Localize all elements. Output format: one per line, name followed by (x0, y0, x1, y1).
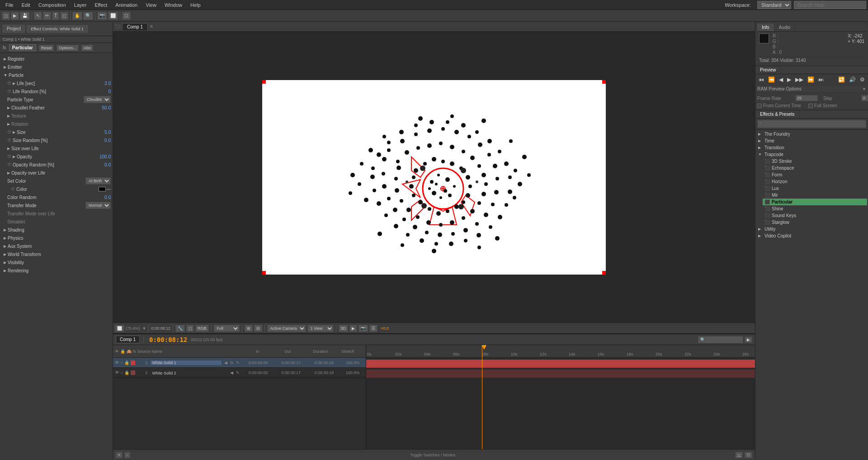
vt-camera-2[interactable]: 📷 (359, 325, 368, 332)
eff-the-foundry[interactable]: ▶ The Foundry (756, 131, 867, 138)
toolbar-new[interactable]: ◻ (2, 12, 10, 20)
effects-search-input[interactable] (757, 120, 866, 128)
fx-world-transform-triangle[interactable]: ▶ (4, 252, 6, 256)
effects-presets-tab[interactable]: Effects & Presets (755, 110, 800, 118)
preview-tab[interactable]: Preview (755, 66, 781, 74)
comp-tab-close[interactable]: ✕ (148, 24, 155, 29)
comp-tab-comp1[interactable]: Comp 1 (122, 23, 148, 30)
layer-1-lock[interactable]: 🔒 (124, 360, 129, 365)
eff-time[interactable]: ▶ Time (756, 138, 867, 144)
track-bar-1[interactable] (366, 360, 755, 368)
toolbar-zoom[interactable]: 🔍 (83, 12, 93, 20)
fx-size-over-life-triangle[interactable]: ▶ (7, 147, 10, 151)
ps-from-current-time-checkbox[interactable] (757, 104, 762, 108)
fx-opacity-triangle[interactable]: ▶ (13, 155, 15, 159)
fx-about-btn[interactable]: Abo (81, 45, 93, 51)
prev-mute-btn[interactable]: 🔊 (848, 76, 857, 83)
fx-cloudlet-feather-triangle[interactable]: ▶ (7, 106, 10, 110)
toolbar-null[interactable]: ⬜ (108, 12, 118, 20)
eff-trapcode[interactable]: ▼ Trapcode (756, 151, 867, 158)
menu-view[interactable]: View (142, 1, 160, 9)
eff-form[interactable]: ⬛ Form (763, 171, 867, 178)
fx-rendering-triangle[interactable]: ▶ (4, 269, 6, 273)
fx-particle-triangle[interactable]: ▼ (4, 73, 7, 77)
eff-starglow[interactable]: ⬛ Starglow (763, 219, 867, 226)
fx-life-random-stopwatch[interactable]: ⏱ (7, 89, 11, 94)
fx-size-stopwatch[interactable]: ⏱ (7, 130, 11, 134)
ps-full-screen-checkbox[interactable] (808, 104, 813, 108)
fx-size-random-value[interactable]: 0.0 (104, 138, 111, 143)
toolbar-open[interactable]: ▶ (11, 12, 19, 20)
fx-particle[interactable]: ▼ Particle (2, 71, 111, 79)
prev-fwd-frame-btn[interactable]: ▶▶ (794, 76, 805, 83)
toolbar-text[interactable]: T (52, 12, 59, 20)
timeline-current-time[interactable]: 0:00:08:12 (149, 336, 187, 343)
toolbar-save[interactable]: 💾 (20, 12, 30, 20)
fx-color-swatch[interactable] (99, 187, 106, 191)
fx-color-stopwatch[interactable]: ⏱ (11, 187, 15, 191)
audio-tab[interactable]: Audio (774, 24, 796, 31)
timeline-tab-comp1[interactable]: Comp 1 (116, 336, 140, 343)
tc-add-layer-btn[interactable]: + (116, 452, 123, 458)
fx-rendering-row[interactable]: ▶ Rendering (2, 266, 111, 275)
layer-2-switch[interactable]: ✎ (236, 370, 240, 375)
vt-exposure-btn[interactable]: ◻ (186, 325, 194, 332)
tc-expand-btn[interactable]: ▽ (745, 452, 752, 458)
effect-controls-tab[interactable]: Effect Controls: White Solid 1 (27, 25, 88, 33)
prev-first-btn[interactable]: ⏮ (757, 76, 765, 83)
vt-views-select[interactable]: 1 View 2 Views (307, 325, 334, 332)
eff-shine[interactable]: ⬛ Shine (763, 205, 867, 212)
toolbar-pen[interactable]: ✏ (43, 12, 51, 20)
toolbar-mask[interactable]: ⬡ (122, 12, 131, 20)
eff-transition[interactable]: ▶ Transition (756, 144, 867, 151)
fx-opacity-stopwatch[interactable]: ⏱ (7, 154, 11, 159)
menu-file[interactable]: File (2, 1, 17, 9)
vt-render-btn[interactable]: ▶ (349, 325, 357, 332)
fx-opacity-value[interactable]: 100.0 (99, 154, 111, 159)
ram-preview-options-bar[interactable]: RAM Preview Options ▼ (755, 85, 868, 93)
fx-particle-type-select[interactable]: Cloudlet (84, 96, 111, 103)
vt-checkerboard[interactable]: ⊞ (245, 325, 253, 332)
toolbar-hand[interactable]: ✋ (72, 12, 82, 20)
fx-emitter-triangle[interactable]: ▶ (4, 65, 6, 69)
menu-window[interactable]: Window (161, 1, 186, 9)
fx-opacity-random-stopwatch[interactable]: ⏱ (7, 162, 11, 167)
eff-horizon[interactable]: ⬛ Horizon (763, 178, 867, 185)
fx-aux-system-triangle[interactable]: ▶ (4, 244, 6, 248)
vt-grid[interactable]: ⊟ (254, 325, 262, 332)
eff-3d-stroke[interactable]: ⬛ 3D Stroke (763, 158, 867, 165)
fx-size-triangle[interactable]: ▶ (13, 130, 15, 134)
prev-settings-btn[interactable]: ⚙ (859, 76, 866, 83)
vt-quality-select[interactable]: Full Half Third Quarter (214, 325, 240, 332)
layer-2-solo[interactable]: ○ (121, 370, 123, 375)
fx-emitter[interactable]: ▶ Emitter (2, 63, 111, 71)
tc-remove-layer-btn[interactable]: - (124, 452, 130, 458)
menu-animation[interactable]: Animation (112, 1, 141, 9)
prev-back-frame-btn[interactable]: ◀ (778, 76, 784, 83)
fx-register[interactable]: ▶ Register (2, 55, 111, 63)
ps-full-screen[interactable]: Full Screen (808, 103, 837, 108)
fx-cloudlet-feather-value[interactable]: 50.0 (102, 105, 111, 110)
search-help-input[interactable] (794, 1, 866, 9)
ps-from-current-time[interactable]: From Current Time (757, 103, 801, 108)
fx-size-value[interactable]: 5.0 (104, 130, 111, 135)
toolbar-select[interactable]: ↖ (34, 12, 42, 20)
menu-layer[interactable]: Layer (71, 1, 90, 9)
prev-fwd-btn[interactable]: ⏩ (806, 76, 816, 83)
fx-life-value[interactable]: 3.0 (104, 81, 111, 86)
eff-particular[interactable]: ⬛ Particular (763, 199, 867, 205)
vt-timecode[interactable]: 0:00:08:12 (151, 326, 170, 331)
fx-visibility-triangle[interactable]: ▶ (4, 261, 6, 265)
prev-back-btn[interactable]: ⏪ (767, 76, 776, 83)
timeline-search-input[interactable] (698, 336, 743, 343)
eff-echospace[interactable]: ⬛ Echospace (763, 165, 867, 171)
fx-life-random-value[interactable]: 0 (108, 89, 111, 94)
fx-world-transform-row[interactable]: ▶ World Transform (2, 250, 111, 258)
fx-rotation-triangle[interactable]: ▶ (7, 122, 10, 126)
fx-life-stopwatch[interactable]: ⏱ (7, 81, 11, 85)
fx-color-random-value[interactable]: 0.0 (104, 195, 111, 200)
menu-effect[interactable]: Effect (91, 1, 111, 9)
layer-1-solo[interactable]: ○ (121, 360, 123, 365)
prev-last-btn[interactable]: ⏭ (817, 76, 825, 83)
menu-help[interactable]: Help (187, 1, 204, 9)
